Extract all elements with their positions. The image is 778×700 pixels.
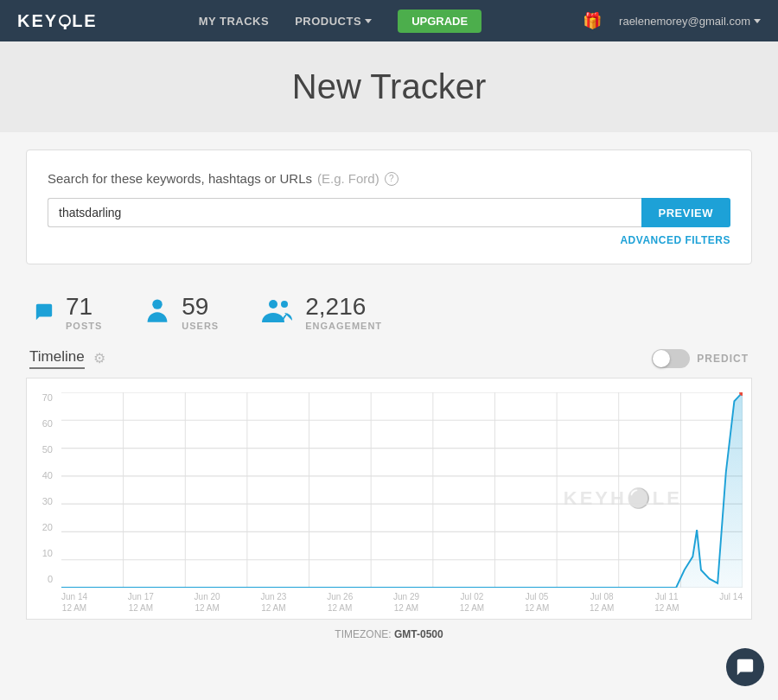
brand-logo: KEY LE (17, 11, 98, 31)
brand-text-le: LE (72, 11, 98, 31)
x-label-10: Jul 14 (719, 591, 743, 614)
x-label-1: Jun 1712 AM (128, 591, 154, 614)
search-label: Search for these keywords, hashtags or U… (48, 171, 730, 186)
chart-line (61, 392, 743, 588)
posts-label: POSTS (66, 321, 102, 331)
user-email-menu[interactable]: raelenemorey@gmail.com (619, 15, 761, 28)
svg-point-1 (269, 300, 277, 309)
engagement-icon (262, 296, 293, 328)
y-label-60: 60 (27, 418, 58, 429)
chat-bubble-button[interactable] (726, 648, 764, 686)
y-label-40: 40 (27, 470, 58, 480)
x-label-9: Jul 1112 AM (654, 591, 679, 614)
chart-container: KEYH⚪LE 0 10 20 30 40 50 60 70 (26, 378, 752, 620)
y-label-20: 20 (27, 522, 58, 532)
x-label-6: Jul 0212 AM (460, 591, 484, 614)
page-title: New Tracker (0, 67, 778, 106)
predict-toggle[interactable] (652, 349, 690, 368)
nav-my-tracks[interactable]: MY TRACKS (199, 15, 270, 28)
user-chevron-icon (754, 19, 761, 23)
users-count: 59 (182, 294, 219, 321)
main-content: Search for these keywords, hashtags or U… (0, 132, 778, 654)
hero-section: New Tracker (0, 41, 778, 132)
search-card: Search for these keywords, hashtags or U… (26, 150, 752, 264)
search-row: PREVIEW (48, 198, 730, 227)
y-label-10: 10 (27, 548, 58, 558)
y-label-70: 70 (27, 392, 58, 403)
user-email-text: raelenemorey@gmail.com (619, 15, 750, 28)
x-label-7: Jul 0512 AM (525, 591, 549, 614)
x-label-8: Jul 0812 AM (590, 591, 614, 614)
stat-users: 59 USERS (145, 294, 219, 331)
x-label-2: Jun 2012 AM (194, 591, 220, 614)
stat-posts-text: 71 POSTS (66, 294, 102, 331)
gift-icon[interactable]: 🎁 (583, 11, 602, 30)
predict-label: PREDICT (697, 353, 749, 365)
gear-icon[interactable]: ⚙ (93, 350, 105, 366)
upgrade-button[interactable]: UPGRADE (398, 10, 481, 33)
users-icon (145, 296, 169, 328)
timeline-header: Timeline ⚙ PREDICT (26, 348, 752, 369)
nav-products-container[interactable]: PRODUCTS (295, 15, 372, 28)
x-label-0: Jun 1412 AM (61, 591, 87, 614)
posts-icon (35, 298, 54, 326)
timeline-right: PREDICT (652, 349, 749, 368)
y-axis: 0 10 20 30 40 50 60 70 (27, 392, 58, 584)
y-label-30: 30 (27, 496, 58, 506)
stat-engagement-text: 2,216 ENGAGEMENT (305, 294, 382, 331)
engagement-label: ENGAGEMENT (305, 321, 382, 331)
svg-point-0 (153, 299, 163, 309)
search-input[interactable] (48, 198, 641, 227)
nav-right: 🎁 raelenemorey@gmail.com (583, 11, 761, 30)
svg-point-2 (281, 301, 288, 308)
stat-engagement: 2,216 ENGAGEMENT (262, 294, 382, 331)
search-label-text: Search for these keywords, hashtags or U… (48, 171, 312, 186)
stats-row: 71 POSTS 59 USERS (26, 285, 752, 348)
nav-products[interactable]: PRODUCTS (295, 15, 361, 28)
toggle-thumb (653, 350, 670, 367)
stat-users-text: 59 USERS (182, 294, 219, 331)
chart-fill (61, 392, 743, 588)
chevron-down-icon (365, 19, 372, 23)
navbar: KEY LE MY TRACKS PRODUCTS UPGRADE 🎁 rael… (0, 0, 778, 41)
y-label-0: 0 (27, 574, 58, 584)
search-label-eg: (E.g. Ford) (317, 171, 379, 186)
posts-count: 71 (66, 294, 102, 321)
chart-svg (61, 392, 743, 588)
x-label-3: Jun 2312 AM (260, 591, 286, 614)
timezone-bar: TIMEZONE: GMT-0500 (26, 620, 752, 646)
y-label-50: 50 (27, 444, 58, 455)
x-label-4: Jun 2612 AM (327, 591, 353, 614)
advanced-filters-link[interactable]: ADVANCED FILTERS (48, 234, 730, 246)
help-icon[interactable]: ? (385, 172, 399, 186)
brand-text-key: KEY (17, 11, 58, 31)
users-label: USERS (182, 321, 219, 331)
timezone-value: GMT-0500 (394, 628, 443, 640)
nav-center: MY TRACKS PRODUCTS UPGRADE (199, 10, 482, 33)
preview-button[interactable]: PREVIEW (641, 198, 730, 227)
timeline-title: Timeline (29, 348, 85, 369)
timeline-left: Timeline ⚙ (29, 348, 105, 369)
timezone-label: TIMEZONE: (335, 628, 391, 640)
chart-area (61, 392, 743, 588)
x-label-5: Jun 2912 AM (393, 591, 419, 614)
chat-icon (736, 658, 755, 677)
engagement-count: 2,216 (305, 294, 382, 321)
stat-posts: 71 POSTS (35, 294, 102, 331)
x-axis: Jun 1412 AM Jun 1712 AM Jun 2012 AM Jun … (61, 588, 743, 619)
brand-circle-icon (59, 15, 71, 27)
